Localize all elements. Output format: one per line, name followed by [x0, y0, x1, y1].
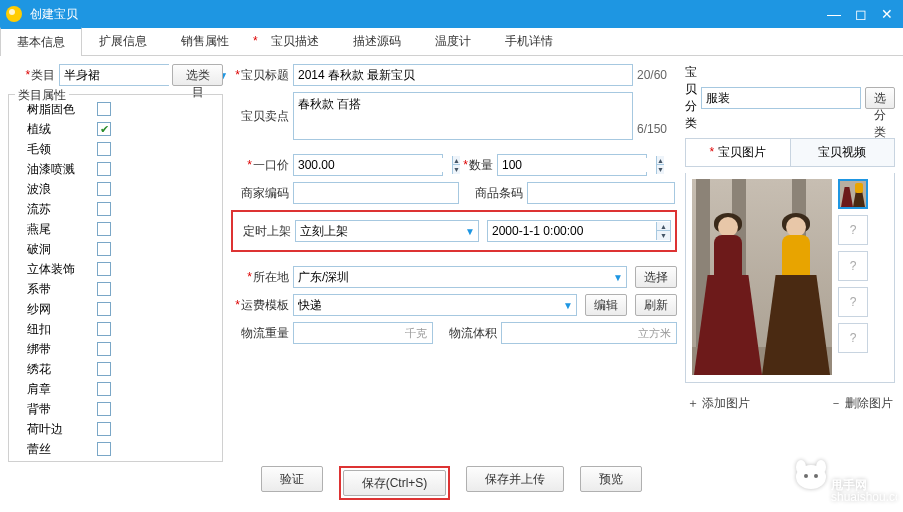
schedule-time-spinner[interactable]: ▲▼	[487, 220, 671, 242]
prop-item[interactable]: 蕾丝	[11, 439, 220, 457]
prop-checkbox[interactable]	[97, 202, 111, 216]
prop-item[interactable]: 油漆喷溅	[11, 159, 220, 179]
prop-checkbox[interactable]	[97, 362, 111, 376]
spin-up-icon[interactable]: ▲	[656, 156, 664, 165]
freight-input[interactable]	[294, 295, 560, 315]
sellpoint-input[interactable]	[293, 92, 633, 140]
prop-checkbox[interactable]	[97, 142, 111, 156]
sellpoint-label: 宝贝卖点	[231, 92, 289, 125]
prop-item[interactable]: 流苏	[11, 199, 220, 219]
save-button[interactable]: 保存(Ctrl+S)	[343, 470, 447, 496]
minimize-button[interactable]: —	[827, 7, 841, 21]
spin-down-icon[interactable]: ▼	[656, 231, 670, 240]
tab-mobile-detail[interactable]: 手机详情	[488, 27, 570, 55]
prop-checkbox[interactable]	[97, 442, 111, 456]
prop-checkbox[interactable]	[97, 342, 111, 356]
thumbnail-5[interactable]: ?	[838, 323, 868, 353]
freight-refresh-button[interactable]: 刷新	[635, 294, 677, 316]
select-category-button[interactable]: 选类目	[172, 64, 223, 86]
freight-edit-button[interactable]: 编辑	[585, 294, 627, 316]
prop-item[interactable]: 纱网	[11, 299, 220, 319]
select-classify-button[interactable]: 选分类	[865, 87, 895, 109]
chevron-down-icon[interactable]: ▼	[560, 300, 576, 311]
prop-checkbox[interactable]	[97, 102, 111, 116]
delete-image-button[interactable]: － 删除图片	[830, 395, 893, 412]
classify-input[interactable]	[701, 87, 861, 109]
spin-down-icon[interactable]: ▼	[656, 165, 664, 174]
validate-button[interactable]: 验证	[261, 466, 323, 492]
prop-item[interactable]: 植绒	[11, 119, 220, 139]
close-button[interactable]: ✕	[881, 7, 893, 21]
prop-checkbox[interactable]	[97, 422, 111, 436]
tab-sales-props[interactable]: 销售属性	[164, 27, 246, 55]
prop-item[interactable]: 立体装饰	[11, 259, 220, 279]
maximize-button[interactable]: ◻	[855, 7, 867, 21]
chevron-down-icon[interactable]: ▼	[610, 272, 626, 283]
prop-label: 肩章	[27, 381, 97, 398]
tab-desc-source[interactable]: 描述源码	[336, 27, 418, 55]
prop-item[interactable]: 绑带	[11, 339, 220, 359]
volume-input[interactable]	[501, 322, 677, 344]
location-select-button[interactable]: 选择	[635, 266, 677, 288]
qty-spinner[interactable]: ▲▼	[497, 154, 647, 176]
price-input[interactable]	[294, 158, 452, 172]
chevron-down-icon[interactable]: ▼	[462, 226, 478, 237]
thumbnail-4[interactable]: ?	[838, 287, 868, 317]
qty-label: 数量	[447, 157, 493, 174]
prop-item[interactable]: 波浪	[11, 179, 220, 199]
barcode-input[interactable]	[527, 182, 675, 204]
save-upload-button[interactable]: 保存并上传	[466, 466, 564, 492]
subtab-video[interactable]: 宝贝视频	[791, 139, 895, 166]
prop-item[interactable]: 绣花	[11, 359, 220, 379]
prop-checkbox[interactable]	[97, 262, 111, 276]
location-combo[interactable]: ▼	[293, 266, 627, 288]
tab-thermometer[interactable]: 温度计	[418, 27, 488, 55]
prop-item[interactable]: 毛领	[11, 139, 220, 159]
schedule-combo[interactable]: ▼	[295, 220, 479, 242]
main-tabs: 基本信息 扩展信息 销售属性 *宝贝描述 描述源码 温度计 手机详情	[0, 28, 903, 56]
qty-input[interactable]	[498, 158, 656, 172]
title-input[interactable]	[293, 64, 633, 86]
prop-item[interactable]: 系带	[11, 279, 220, 299]
prop-item[interactable]: 背带	[11, 399, 220, 419]
preview-button[interactable]: 预览	[580, 466, 642, 492]
thumbnail-2[interactable]: ?	[838, 215, 868, 245]
prop-label: 绣花	[27, 361, 97, 378]
thumbnail-3[interactable]: ?	[838, 251, 868, 281]
prop-checkbox[interactable]	[97, 282, 111, 296]
prop-checkbox[interactable]	[97, 182, 111, 196]
schedule-input[interactable]	[296, 221, 462, 241]
spin-up-icon[interactable]: ▲	[656, 222, 670, 231]
tab-extended-info[interactable]: 扩展信息	[82, 27, 164, 55]
category-combo[interactable]: ▼	[59, 64, 169, 86]
prop-checkbox[interactable]	[97, 122, 111, 136]
prop-item[interactable]: 纽扣	[11, 319, 220, 339]
prop-checkbox[interactable]	[97, 402, 111, 416]
freight-combo[interactable]: ▼	[293, 294, 577, 316]
prop-checkbox[interactable]	[97, 322, 111, 336]
tab-item-desc[interactable]: *宝贝描述	[246, 27, 336, 55]
merchant-code-input[interactable]	[293, 182, 459, 204]
prop-item[interactable]: 燕尾	[11, 219, 220, 239]
weight-input[interactable]	[293, 322, 433, 344]
props-list[interactable]: 树脂固色植绒毛领油漆喷溅波浪流苏燕尾破洞立体装饰系带纱网纽扣绑带绣花肩章背带荷叶…	[11, 99, 220, 457]
prop-checkbox[interactable]	[97, 222, 111, 236]
prop-item[interactable]: 破洞	[11, 239, 220, 259]
add-image-button[interactable]: ＋ 添加图片	[687, 395, 750, 412]
prop-label: 绑带	[27, 341, 97, 358]
price-spinner[interactable]: ▲▼	[293, 154, 443, 176]
main-image[interactable]	[692, 179, 832, 375]
schedule-time-input[interactable]	[488, 224, 656, 238]
thumbnail-1[interactable]	[838, 179, 868, 209]
prop-checkbox[interactable]	[97, 302, 111, 316]
prop-item[interactable]: 肩章	[11, 379, 220, 399]
prop-checkbox[interactable]	[97, 242, 111, 256]
prop-item[interactable]: 荷叶边	[11, 419, 220, 439]
content-area: 类目 ▼ 选类目 类目属性 树脂固色植绒毛领油漆喷溅波浪流苏燕尾破洞立体装饰系带…	[0, 56, 903, 481]
location-input[interactable]	[294, 267, 610, 287]
tab-basic-info[interactable]: 基本信息	[0, 27, 82, 56]
subtab-images[interactable]: *宝贝图片	[686, 139, 791, 166]
prop-checkbox[interactable]	[97, 382, 111, 396]
barcode-label: 商品条码	[463, 185, 523, 202]
prop-checkbox[interactable]	[97, 162, 111, 176]
